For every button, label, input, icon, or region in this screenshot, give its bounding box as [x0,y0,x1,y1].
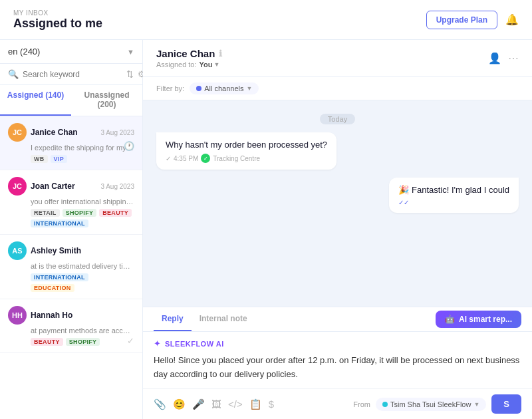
reply-content: ✦ SLEEKFLOW AI Hello! Since you placed y… [143,332,532,388]
assigned-to-label: Assigned to: [156,61,197,69]
template-icon[interactable]: 📋 [249,398,262,410]
variable-icon[interactable]: $ [269,398,274,410]
assigned-you[interactable]: You ▼ [200,61,220,69]
message-meta-incoming: ✓ 4:35 PM ✓ Tracking Centre [166,154,327,163]
assigned-you-text: You [200,61,213,69]
ai-label: SLEEKFLOW AI [165,340,224,348]
conv-preview-ashley: at is the estimated delivery time for my… [31,262,134,270]
conv-name-hannah: Hannah Ho [31,311,72,320]
chat-area: Today Why hasn't my order been processed… [143,100,532,307]
robot-icon: 🤖 [445,315,455,324]
ai-smart-reply-button[interactable]: 🤖 AI smart rep... [436,311,521,328]
chevron-down-icon: ▼ [127,48,134,56]
tag-retail: RETAIL [31,209,60,217]
avatar-joan: JC [8,177,27,196]
conv-tags-hannah: BEAUTY SHOPIFY [31,338,134,346]
sort-icon[interactable]: ⇅ [126,69,134,79]
check-mark-icon: ✓ [166,155,171,162]
emoji-icon[interactable]: 😊 [173,398,186,410]
tag-shopify: SHOPIFY [63,209,97,217]
tag-international: INTERNATIONAL [31,219,88,227]
tag-education: EDUCATION [31,284,74,292]
channel-dot [196,86,201,91]
message-text-outgoing: 🎉 Fantastic! I'm glad I could [398,184,509,196]
avatar-ashley: AS [8,241,27,260]
mic-icon[interactable]: 🎤 [192,398,205,410]
search-input[interactable] [23,70,122,79]
conv-name-janice: Janice Chan [31,128,78,137]
main-layout: en (240) ▼ 🔍 ⇅ ⚙ Assigned (140) Unassign… [0,40,532,419]
conv-name-joan: Joan Carter [31,182,75,191]
message-channel-incoming: Tracking Centre [213,155,260,162]
user-name-text: Janice Chan [156,48,215,59]
tab-reply[interactable]: Reply [154,307,192,331]
conv-item-ashley[interactable]: AS Ashley Smith at is the estimated deli… [0,235,142,299]
image-icon[interactable]: 🖼 [211,398,221,410]
tag-wb: WB [31,155,48,163]
whatsapp-icon: ✓ [201,154,210,163]
message-incoming: Why hasn't my order been processed yet? … [156,132,519,170]
reply-area: Reply Internal note 🤖 AI smart rep... ✦ … [143,307,532,419]
dropdown-label: en (240) [8,47,40,57]
conv-item-hannah[interactable]: HH Hannah Ho at payment methods are acce… [0,299,142,353]
right-panel: Janice Chan ℹ Assigned to: You ▼ 👤 ⋯ Fil… [143,40,532,419]
avatar-janice: JC [8,123,27,142]
top-header: MY INBOX Assigned to me Upgrade Plan 🔔 [0,0,532,40]
sparkle-icon: ✦ [154,339,161,349]
conv-preview-joan: you offer international shipping? What a… [31,198,134,206]
tag-shopify-2: SHOPIFY [66,338,100,346]
conv-item-joan[interactable]: JC Joan Carter 3 Aug 2023 you offer inte… [0,170,142,235]
tab-unassigned[interactable]: Unassigned (200) [71,85,142,116]
conv-tags-ashley: INTERNATIONAL EDUCATION [31,273,134,292]
inbox-title: Assigned to me [13,17,102,31]
toolbar-right: From Tsim Sha Tsui SleekFlow ▼ S [353,394,521,414]
ai-smart-reply-label: AI smart rep... [459,315,512,324]
sidebar-tabs: Assigned (140) Unassigned (200) [0,85,142,116]
reply-tabs: Reply Internal note 🤖 AI smart rep... [143,307,532,332]
reply-text[interactable]: Hello! Since you placed your order after… [154,354,521,382]
conversation-header: Janice Chan ℹ Assigned to: You ▼ 👤 ⋯ [143,40,532,77]
bell-icon[interactable]: 🔔 [505,13,519,26]
tag-beauty-2: BEAUTY [31,338,63,346]
user-profile-icon[interactable]: 👤 [488,52,501,65]
sidebar-dropdown[interactable]: en (240) ▼ [0,40,142,64]
conv-tags-janice: WB VIP [31,155,134,163]
upgrade-button[interactable]: Upgrade Plan [426,11,497,29]
avatar-hannah: HH [8,306,27,325]
code-icon[interactable]: </> [228,398,243,410]
assigned-label: Assigned to: You ▼ [156,61,222,69]
filter-bar: Filter by: All channels ▼ [143,77,532,100]
tab-internal-note[interactable]: Internal note [192,307,255,331]
more-icon[interactable]: ⋯ [508,52,519,65]
search-bar: 🔍 ⇅ ⚙ [0,64,142,85]
tag-beauty: BEAUTY [99,209,132,217]
conversation-list: JC Janice Chan 3 Aug 2023 I expedite the… [0,116,142,419]
from-channel-selector[interactable]: Tsim Sha Tsui SleekFlow ▼ [376,398,486,411]
message-time-incoming: 4:35 PM [174,155,198,162]
header-info: Janice Chan ℹ Assigned to: You ▼ [156,48,222,69]
double-check-icon: ✓✓ [398,199,409,206]
message-bubble-incoming: Why hasn't my order been processed yet? … [156,132,336,170]
conv-date-janice: 3 Aug 2023 [100,129,134,136]
info-icon[interactable]: ℹ [219,49,222,59]
date-divider: Today [320,114,355,124]
header-left: MY INBOX Assigned to me [13,9,102,31]
tab-assigned[interactable]: Assigned (140) [0,85,71,116]
message-bubble-outgoing: 🎉 Fantastic! I'm glad I could ✓✓ [389,178,519,213]
conv-tags-joan: RETAIL SHOPIFY BEAUTY INTERNATIONAL [31,209,134,227]
conv-date-joan: 3 Aug 2023 [100,183,134,190]
conversation-user-name: Janice Chan ℹ [156,48,222,59]
channel-filter[interactable]: All channels ▼ [190,82,259,94]
assigned-chevron-icon: ▼ [214,61,220,68]
message-outgoing: 🎉 Fantastic! I'm glad I could ✓✓ [156,178,519,213]
message-meta-outgoing: ✓✓ [398,199,509,206]
attachment-icon[interactable]: 📎 [154,398,166,410]
reply-toolbar: 📎 😊 🎤 🖼 </> 📋 $ From Tsim Sha Tsui Sleek… [143,388,532,419]
send-button[interactable]: S [491,394,521,414]
header-right: Upgrade Plan 🔔 [426,11,519,29]
channel-filter-text: All channels [204,84,243,92]
header-actions: 👤 ⋯ [488,52,519,65]
tag-international-2: INTERNATIONAL [31,273,88,281]
conv-item-janice[interactable]: JC Janice Chan 3 Aug 2023 I expedite the… [0,116,142,170]
sidebar: en (240) ▼ 🔍 ⇅ ⚙ Assigned (140) Unassign… [0,40,143,419]
